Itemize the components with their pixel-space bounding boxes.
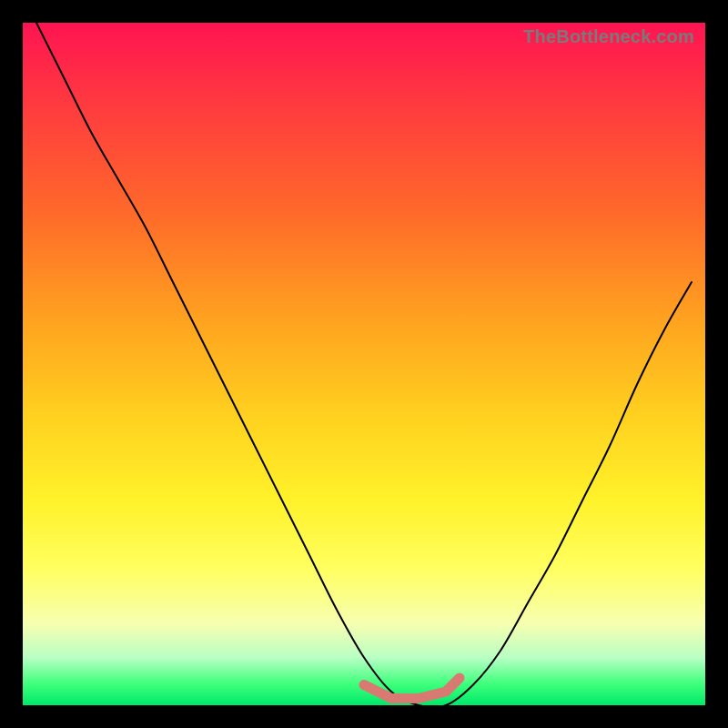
bottleneck-curve	[36, 23, 692, 705]
highlight-band	[364, 678, 460, 699]
curve-layer	[23, 23, 705, 705]
chart-frame: TheBottleneck.com	[0, 0, 728, 728]
plot-area: TheBottleneck.com	[23, 23, 705, 705]
